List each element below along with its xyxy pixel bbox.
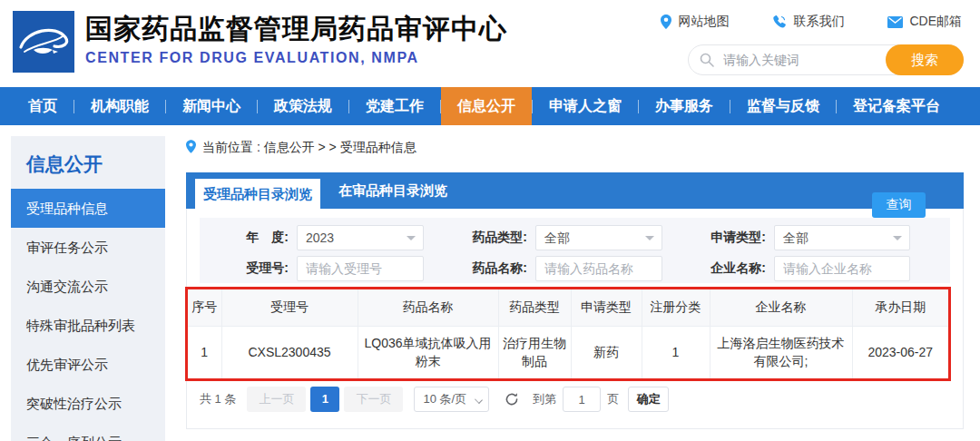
nav-item-registration[interactable]: 登记备案平台	[837, 87, 956, 125]
contact-label: 联系我们	[793, 14, 844, 30]
nav-item-supervision[interactable]: 监督与反馈	[730, 87, 836, 125]
apply-type-select[interactable]: 全部	[774, 225, 910, 250]
acceptance-no-input[interactable]	[297, 256, 424, 281]
mail-icon	[887, 16, 903, 28]
site-subtitle: CENTER FOR DRUG EVALUATION, NMPA	[85, 50, 507, 66]
drug-name-input[interactable]	[535, 256, 662, 281]
phone-icon	[772, 15, 787, 29]
tab-accepted-catalog[interactable]: 受理品种目录浏览	[195, 179, 320, 209]
chevron-down-icon	[407, 236, 416, 240]
next-page-button[interactable]: 下一页	[344, 387, 403, 412]
main-content: 当前位置 : 信息公开 > > 受理品种信息 受理品种目录浏览 在审品种目录浏览…	[186, 138, 964, 158]
search-button[interactable]: 搜索	[886, 44, 964, 75]
col-header-acceptance-no: 受理号	[221, 289, 358, 326]
header: 国家药品监督管理局药品审评中心 CENTER FOR DRUG EVALUATI…	[0, 0, 980, 87]
nav-item-functions[interactable]: 机构职能	[74, 87, 165, 125]
drug-type-label: 药品类型:	[456, 230, 527, 246]
sidebar-item-breakthrough[interactable]: 突破性治疗公示	[11, 384, 165, 423]
col-header-reg-class: 注册分类	[642, 289, 710, 326]
filter-row-1: 年 度: 2023 药品类型: 全部 申请类型: 全部	[200, 225, 950, 250]
cell-reg-class: 1	[642, 326, 710, 378]
goto-page-label: 到第	[533, 391, 556, 407]
goto-page-unit: 页	[607, 391, 619, 407]
filter-row-2: 受理号: 药品名称: 企业名称:	[200, 256, 950, 281]
sidebar-item-three-in-one[interactable]: 三合一序列公示	[11, 423, 165, 441]
cell-date: 2023-06-27	[852, 326, 948, 378]
swan-logo-icon	[13, 60, 74, 75]
tab-under-review-catalog[interactable]: 在审品种目录浏览	[320, 172, 466, 209]
sidebar-title: 信息公开	[11, 136, 165, 189]
sidebar: 信息公开 受理品种信息 审评任务公示 沟通交流公示 特殊审批品种列表 优先审评公…	[11, 136, 165, 441]
apply-type-value: 全部	[783, 230, 808, 245]
highlighted-results-table: 序号 受理号 药品名称 药品类型 申请类型 注册分类 企业名称 承办日期 1	[185, 287, 951, 381]
mail-link[interactable]: CDE邮箱	[887, 14, 962, 30]
table-row: 1 CXSL2300435 LQ036单域抗体吸入用粉末 治疗用生物制品 新药 …	[188, 326, 948, 378]
company-name-input[interactable]	[774, 256, 910, 281]
page-number-1[interactable]: 1	[310, 387, 339, 412]
nav-item-info-disclosure[interactable]: 信息公开	[441, 87, 532, 125]
sitemap-link[interactable]: 网站地图	[661, 14, 729, 30]
page-size-select[interactable]: 10 条/页	[414, 387, 489, 412]
breadcrumb-text: 当前位置 : 信息公开 > > 受理品种信息	[202, 140, 416, 156]
cell-company: 上海洛启生物医药技术有限公司;	[710, 326, 852, 378]
nav-item-services[interactable]: 办事服务	[639, 87, 730, 125]
filter-panel: 年 度: 2023 药品类型: 全部 申请类型: 全部	[200, 218, 950, 283]
total-count: 共 1 条	[200, 391, 236, 407]
location-pin-icon	[661, 15, 671, 29]
sidebar-item-special-approval[interactable]: 特殊审批品种列表	[11, 306, 165, 345]
acceptance-no-label: 受理号:	[218, 260, 289, 277]
site-search: 搜索	[688, 44, 964, 75]
breadcrumb: 当前位置 : 信息公开 > > 受理品种信息	[186, 138, 964, 158]
drug-type-select[interactable]: 全部	[535, 225, 662, 250]
cell-seq: 1	[188, 326, 221, 378]
nav-item-news[interactable]: 新闻中心	[166, 87, 257, 125]
nav-item-applicant[interactable]: 申请人之窗	[533, 87, 638, 125]
location-pin-icon	[186, 140, 196, 156]
col-header-seq: 序号	[188, 289, 221, 326]
confirm-button[interactable]: 确定	[628, 387, 669, 412]
chevron-down-icon	[475, 396, 483, 404]
col-header-company: 企业名称	[710, 289, 852, 326]
year-select[interactable]: 2023	[297, 225, 424, 250]
content-panel: 受理品种目录浏览 在审品种目录浏览 年 度: 2023 药品类型: 全部 申请类…	[186, 172, 964, 429]
table-header-row: 序号 受理号 药品名称 药品类型 申请类型 注册分类 企业名称 承办日期	[188, 289, 948, 326]
chevron-down-icon	[893, 236, 902, 240]
drug-name-label: 药品名称:	[456, 260, 527, 277]
cell-apply-type: 新药	[571, 326, 642, 378]
cell-acceptance-no: CXSL2300435	[221, 326, 358, 378]
results-table: 序号 受理号 药品名称 药品类型 申请类型 注册分类 企业名称 承办日期 1	[188, 289, 948, 378]
tab-strip: 受理品种目录浏览 在审品种目录浏览	[186, 172, 964, 209]
drug-type-value: 全部	[544, 230, 570, 245]
col-header-drug-name: 药品名称	[358, 289, 498, 326]
chevron-down-icon	[645, 236, 654, 240]
page: 国家药品监督管理局药品审评中心 CENTER FOR DRUG EVALUATI…	[0, 0, 980, 441]
goto-page-input[interactable]	[563, 387, 601, 412]
year-value: 2023	[306, 230, 334, 245]
query-button[interactable]: 查询	[872, 192, 926, 218]
site-titles: 国家药品监督管理局药品审评中心 CENTER FOR DRUG EVALUATI…	[85, 12, 507, 66]
mail-label: CDE邮箱	[909, 14, 962, 30]
contact-link[interactable]: 联系我们	[772, 14, 844, 30]
pagination: 共 1 条 上一页 1 下一页 10 条/页 到第 页 确定	[200, 387, 669, 412]
nav-item-party[interactable]: 党建工作	[349, 87, 440, 125]
main-nav: 首页 机构职能 新闻中心 政策法规 党建工作 信息公开 申请人之窗 办事服务 监…	[0, 87, 980, 125]
sidebar-item-accepted-varieties[interactable]: 受理品种信息	[11, 189, 165, 228]
header-links: 网站地图 联系我们 CDE邮箱	[661, 14, 962, 30]
sidebar-item-communication[interactable]: 沟通交流公示	[11, 267, 165, 306]
cell-drug-type: 治疗用生物制品	[498, 326, 571, 378]
prev-page-button[interactable]: 上一页	[247, 387, 306, 412]
col-header-drug-type: 药品类型	[498, 289, 571, 326]
col-header-apply-type: 申请类型	[571, 289, 642, 326]
sitemap-label: 网站地图	[678, 14, 729, 30]
col-header-date: 承办日期	[852, 289, 948, 326]
cde-logo[interactable]	[13, 11, 74, 73]
company-name-label: 企业名称:	[695, 260, 766, 277]
sidebar-item-priority-review[interactable]: 优先审评公示	[11, 345, 165, 384]
sidebar-item-review-tasks[interactable]: 审评任务公示	[11, 228, 165, 267]
year-label: 年 度:	[218, 230, 289, 246]
nav-item-policy[interactable]: 政策法规	[258, 87, 348, 125]
refresh-icon[interactable]	[505, 392, 519, 407]
nav-item-home[interactable]: 首页	[12, 87, 74, 125]
apply-type-label: 申请类型:	[695, 230, 766, 246]
site-title: 国家药品监督管理局药品审评中心	[85, 12, 507, 46]
